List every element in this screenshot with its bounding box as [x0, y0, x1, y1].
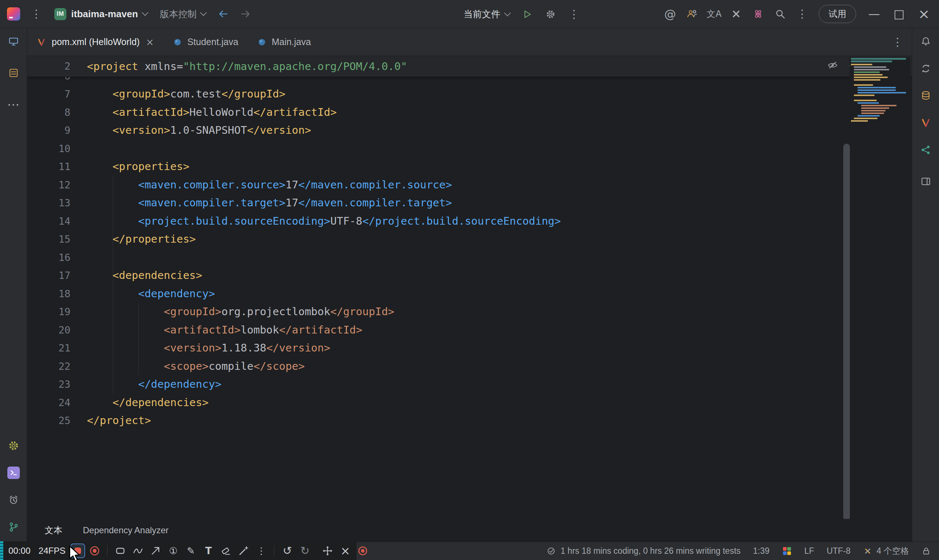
git-tool-button[interactable] — [3, 517, 24, 537]
code-area[interactable]: 7 <groupId>com.test</groupId>8 <artifact… — [27, 85, 912, 430]
code-line[interactable]: 20 <artifactId>lombok</artifactId> — [27, 321, 912, 339]
encoding-widget[interactable]: UTF-8 — [827, 546, 851, 556]
services-tool-button[interactable] — [3, 31, 24, 52]
magic-wand-tool[interactable] — [236, 543, 251, 559]
code-with-me-button[interactable] — [682, 3, 703, 25]
code-line[interactable]: 21 <version>1.18.38</version> — [27, 339, 912, 357]
code-line[interactable]: 25</project> — [27, 412, 912, 430]
maven-icon — [920, 117, 931, 128]
curve-icon — [133, 545, 143, 556]
step-number-tool[interactable]: ① — [165, 543, 181, 559]
code-line[interactable]: 13 <maven.compiler.target>17</maven.comp… — [27, 194, 912, 212]
vcs-widget[interactable]: 版本控制 — [155, 5, 211, 23]
code-line[interactable]: 17 <dependencies> — [27, 266, 912, 285]
undo-button[interactable]: ↺ — [279, 543, 295, 559]
indent-widget[interactable]: 4 个空格 — [863, 545, 909, 557]
project-selector[interactable]: IM itbaima-maven — [48, 5, 153, 23]
stop-button[interactable] — [87, 543, 102, 558]
record-indicator-button[interactable] — [355, 543, 370, 559]
code-line[interactable]: 22 <scope>compile</scope> — [27, 357, 912, 375]
code-line[interactable]: 19 <groupId>org.projectlombok</groupId> — [27, 303, 912, 321]
plugin-button[interactable] — [748, 3, 769, 25]
run-config-selector[interactable]: 当前文件 — [459, 5, 514, 23]
code-line[interactable]: 16 — [27, 248, 912, 267]
ai-assistant-button[interactable]: @ — [660, 3, 681, 25]
close-button[interactable]: × — [912, 3, 936, 25]
line-separator-widget[interactable]: LF — [804, 546, 814, 556]
recorder-more-button[interactable]: ⋮ — [253, 543, 269, 559]
app-logo[interactable] — [3, 3, 24, 25]
sync-tool-button[interactable] — [916, 58, 936, 79]
code-text: <properties> — [87, 158, 189, 176]
code-line[interactable]: 10 — [27, 140, 912, 158]
code-line[interactable]: 8 <artifactId>HelloWorld</artifactId> — [27, 103, 912, 122]
monitor-icon — [8, 36, 19, 47]
move-toolbar-button[interactable] — [320, 543, 335, 559]
text-tool[interactable]: T — [200, 543, 216, 559]
maven-file-icon — [37, 37, 46, 47]
readonly-lock-widget[interactable] — [921, 546, 931, 556]
bottom-tab-dependency-analyzer[interactable]: Dependency Analyzer — [83, 525, 168, 535]
navigate-forward-button[interactable] — [235, 3, 256, 25]
more-tool-windows-button[interactable]: ⋯ — [3, 94, 24, 115]
code-line[interactable]: 24 </dependencies> — [27, 394, 912, 412]
rectangle-tool[interactable] — [113, 543, 128, 559]
trial-badge[interactable]: 试用 — [819, 5, 856, 23]
maven-tool-button[interactable] — [916, 112, 936, 133]
code-text: <dependency> — [87, 285, 215, 303]
pencil-tool[interactable]: ✎ — [183, 543, 199, 559]
code-line[interactable]: 18 <dependency> — [27, 285, 912, 303]
code-line[interactable]: 11 <properties> — [27, 158, 912, 176]
minimap[interactable] — [850, 57, 910, 124]
tab-main-java[interactable]: Main.java — [248, 28, 321, 56]
recorder-close-button[interactable]: × — [338, 543, 353, 559]
code-line[interactable]: 23 </dependency> — [27, 375, 912, 394]
bottom-tab-text[interactable]: 文本 — [45, 525, 62, 536]
highlighting-eye-off-icon[interactable] — [827, 60, 838, 71]
translate-button[interactable]: 文A — [703, 3, 725, 25]
editor-options-button[interactable]: ⋮ — [883, 28, 912, 56]
minimize-button[interactable]: — — [862, 3, 886, 25]
main-menu-button[interactable]: ⋮ — [26, 3, 47, 25]
settings-button[interactable] — [3, 435, 24, 456]
code-line[interactable]: 15 </properties> — [27, 230, 912, 248]
play-icon — [521, 9, 533, 20]
terminal-tool-button[interactable] — [3, 463, 24, 483]
redo-button[interactable]: ↻ — [297, 543, 313, 559]
problems-tool-button[interactable] — [3, 490, 24, 510]
eraser-tool[interactable] — [218, 543, 234, 559]
line-number: 22 — [27, 357, 71, 375]
database-tool-button[interactable] — [916, 85, 936, 106]
commit-tool-button[interactable] — [3, 63, 24, 83]
run-more-button[interactable]: ⋮ — [563, 4, 585, 25]
tab-pom-xml[interactable]: pom.xml (HelloWorld) × — [27, 28, 163, 56]
title-more-button[interactable]: ⋮ — [791, 3, 813, 25]
search-everywhere-button[interactable] — [769, 3, 791, 25]
code-line[interactable]: 12 <maven.compiler.source>17</maven.comp… — [27, 176, 912, 194]
recorder-drag-handle[interactable] — [0, 541, 3, 560]
run-settings-button[interactable] — [540, 4, 561, 25]
screen-recorder-toolbar: 00:00 24FPS ① ✎ T ⋮ ↺ ↻ × — [0, 541, 356, 560]
tab-student-java[interactable]: Student.java — [163, 28, 248, 56]
code-line[interactable]: 14 <project.build.sourceEncoding>UTF-8</… — [27, 212, 912, 231]
freehand-tool[interactable] — [130, 543, 146, 559]
maximize-button[interactable]: □ — [887, 3, 911, 25]
right-tool-stripe — [912, 28, 939, 542]
caret-position-widget[interactable]: 1:39 — [753, 546, 769, 556]
navigate-back-button[interactable] — [212, 3, 234, 25]
code-line[interactable]: 9 <version>1.0-SNAPSHOT</version> — [27, 121, 912, 140]
dependencies-tool-button[interactable] — [916, 140, 936, 160]
code-line[interactable]: 7 <groupId>com.test</groupId> — [27, 85, 912, 103]
coding-time-widget[interactable]: 1 hrs 18 mins coding, 0 hrs 26 mins writ… — [546, 546, 740, 556]
run-button[interactable] — [517, 4, 538, 25]
plugin-squares-widget[interactable] — [782, 546, 792, 556]
editor[interactable]: 2 <project xmlns="http://maven.apache.or… — [27, 56, 912, 519]
notifications-button[interactable] — [916, 31, 936, 52]
sticky-line[interactable]: 2 <project xmlns="http://maven.apache.or… — [27, 56, 912, 77]
arrow-tool[interactable] — [148, 543, 163, 559]
editor-scrollbar[interactable] — [843, 144, 850, 519]
tools-button[interactable] — [726, 3, 747, 25]
structure-tool-button[interactable] — [916, 171, 936, 192]
tab-close-icon[interactable]: × — [146, 37, 154, 48]
colored-squares-icon — [782, 546, 792, 556]
